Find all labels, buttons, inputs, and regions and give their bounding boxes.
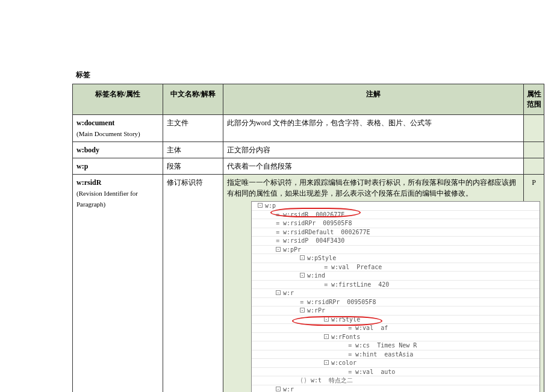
document-page: 标签 标签名称/属性 中文名称/解释 注解 属性 范围 w:document (… (72, 70, 544, 392)
tags-table: 标签名称/属性 中文名称/解释 注解 属性 范围 w:document (Mai… (72, 84, 544, 392)
header-note: 注解 (223, 84, 524, 115)
tag-scope (524, 115, 544, 142)
header-zh: 中文名称/解释 (163, 84, 223, 115)
tag-scope (524, 158, 544, 175)
header-scope: 属性 范围 (524, 84, 544, 115)
tag-zh: 主体 (163, 142, 223, 158)
table-row: w:p 段落 代表着一个自然段落 (73, 158, 544, 175)
tag-name: w:p (76, 162, 88, 170)
xml-tree-illustration: -w:p w:rsidR0002677E w:rsidRPr009505F8 w… (227, 201, 520, 392)
section-title: 标签 (76, 70, 544, 80)
tag-scope (524, 142, 544, 158)
tag-name: w:rsidR (76, 178, 101, 187)
tag-name: w:document (76, 119, 114, 127)
tag-zh: 段落 (163, 158, 223, 175)
table-header: 标签名称/属性 中文名称/解释 注解 属性 范围 (73, 84, 544, 115)
tag-note: 正文部分内容 (223, 142, 524, 158)
tag-sub: (Main Document Story) (76, 130, 140, 137)
tag-note: 指定唯一一个标识符，用来跟踪编辑在修订时表行标识，所有段落和段落中的内容都应该拥… (227, 177, 520, 199)
tag-note: 此部分为word 文件的主体部分，包含字符、表格、图片、公式等 (223, 115, 524, 142)
table-row: w:rsidR (Revision Identifier for Paragra… (73, 175, 544, 393)
tag-note: 代表着一个自然段落 (223, 158, 524, 175)
table-row: w:body 主体 正文部分内容 (73, 142, 544, 158)
tag-zh: 主文件 (163, 115, 223, 142)
header-name: 标签名称/属性 (73, 84, 163, 115)
tag-zh: 修订标识符 (163, 175, 223, 393)
tag-sub: (Revision Identifier for Paragraph) (76, 190, 138, 208)
table-row: w:document (Main Document Story) 主文件 此部分… (73, 115, 544, 142)
tag-name: w:body (76, 146, 99, 154)
